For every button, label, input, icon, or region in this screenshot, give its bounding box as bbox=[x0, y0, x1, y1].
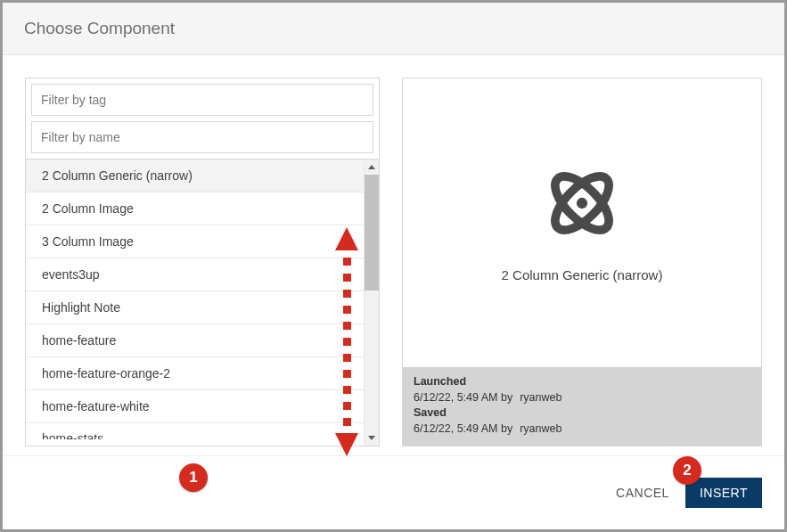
filter-name-wrap bbox=[26, 121, 379, 159]
component-icon bbox=[543, 164, 621, 246]
scrollbar[interactable] bbox=[364, 160, 379, 446]
arrow-up-icon bbox=[335, 227, 358, 250]
filter-name-input[interactable] bbox=[31, 121, 373, 153]
saved-time: 6/12/22, 5:49 AM by bbox=[414, 422, 512, 438]
scrollbar-track[interactable] bbox=[365, 175, 379, 430]
launched-label: Launched bbox=[414, 374, 750, 390]
preview-title: 2 Column Generic (narrow) bbox=[502, 267, 663, 282]
launched-time: 6/12/22, 5:49 AM by bbox=[414, 390, 512, 406]
component-list[interactable]: 2 Column Generic (narrow)2 Column Image3… bbox=[26, 160, 364, 446]
dialog-body: 2 Column Generic (narrow)2 Column Image3… bbox=[3, 55, 784, 455]
scrollbar-thumb[interactable] bbox=[365, 175, 379, 291]
saved-user: ryanweb bbox=[520, 422, 562, 438]
scroll-up-button[interactable] bbox=[365, 160, 379, 175]
list-item[interactable]: 3 Column Image bbox=[26, 225, 364, 258]
preview-panel: 2 Column Generic (narrow) Launched 6/12/… bbox=[402, 78, 762, 446]
cancel-button[interactable]: CANCEL bbox=[616, 486, 669, 500]
launched-line: 6/12/22, 5:49 AM by ryanweb bbox=[414, 390, 750, 406]
arrow-down-icon bbox=[335, 433, 358, 456]
insert-button[interactable]: INSERT bbox=[685, 478, 762, 508]
chevron-down-icon bbox=[368, 436, 375, 440]
preview-area: 2 Column Generic (narrow) bbox=[403, 78, 761, 367]
saved-label: Saved bbox=[414, 405, 750, 422]
list-wrap: 2 Column Generic (narrow)2 Column Image3… bbox=[26, 159, 379, 446]
list-item[interactable]: home-feature-orange-2 bbox=[26, 357, 364, 390]
list-item[interactable]: 2 Column Image bbox=[26, 192, 364, 225]
dialog-title: Choose Component bbox=[24, 19, 763, 38]
chevron-up-icon bbox=[368, 165, 375, 169]
filter-tag-wrap bbox=[26, 78, 379, 121]
list-item[interactable]: home-feature bbox=[26, 324, 364, 357]
list-item[interactable]: home-feature-white bbox=[26, 390, 364, 423]
annotation-arrow bbox=[335, 227, 358, 456]
filter-tag-input[interactable] bbox=[31, 84, 373, 116]
scroll-down-button[interactable] bbox=[365, 430, 379, 446]
list-item[interactable]: Highlight Note bbox=[26, 291, 364, 324]
svg-point-2 bbox=[577, 197, 587, 208]
arrow-dashes bbox=[343, 250, 351, 433]
dialog-header: Choose Component bbox=[3, 3, 784, 55]
list-item[interactable]: 2 Column Generic (narrow) bbox=[26, 160, 364, 192]
choose-component-dialog: Choose Component 2 Column Generic (narro… bbox=[3, 3, 784, 529]
component-list-panel: 2 Column Generic (narrow)2 Column Image3… bbox=[25, 78, 380, 446]
list-item[interactable]: events3up bbox=[26, 258, 364, 291]
dialog-footer: CANCEL INSERT bbox=[3, 455, 784, 529]
saved-line: 6/12/22, 5:49 AM by ryanweb bbox=[414, 422, 750, 438]
launched-user: ryanweb bbox=[520, 390, 562, 406]
annotation-badge-1: 1 bbox=[179, 463, 208, 492]
annotation-badge-2: 2 bbox=[673, 456, 701, 485]
list-item[interactable]: home-stats bbox=[26, 423, 364, 439]
preview-metadata: Launched 6/12/22, 5:49 AM by ryanweb Sav… bbox=[403, 367, 761, 446]
